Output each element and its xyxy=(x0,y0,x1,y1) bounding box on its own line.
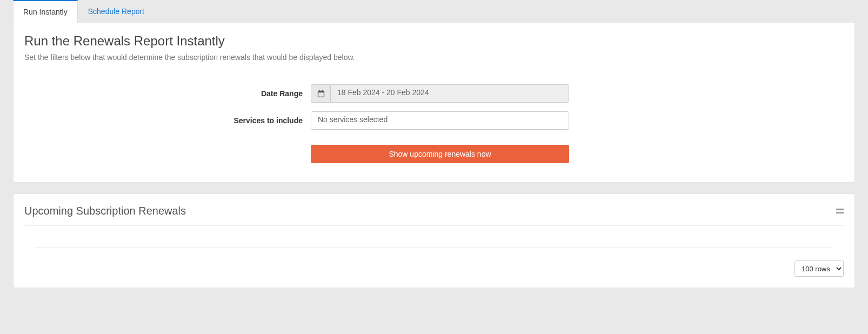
menu-icon[interactable] xyxy=(836,209,844,213)
date-range-input[interactable]: 18 Feb 2024 - 20 Feb 2024 xyxy=(330,84,569,103)
panel-header: Run the Renewals Report Instantly Set th… xyxy=(24,34,844,70)
page-title: Run the Renewals Report Instantly xyxy=(24,34,844,49)
calendar-icon xyxy=(317,90,325,97)
calendar-icon-addon[interactable] xyxy=(311,84,330,103)
services-label: Services to include xyxy=(24,116,311,125)
show-renewals-button[interactable]: Show upcoming renewals now xyxy=(311,145,569,163)
results-header: Upcoming Subscription Renewals xyxy=(24,205,844,226)
filters-panel: Run the Renewals Report Instantly Set th… xyxy=(13,23,855,183)
tab-run-instantly[interactable]: Run Instantly xyxy=(13,0,78,23)
rows-per-page-select[interactable]: 100 rows xyxy=(794,260,844,277)
results-title: Upcoming Subscription Renewals xyxy=(24,205,186,217)
date-range-picker[interactable]: 18 Feb 2024 - 20 Feb 2024 xyxy=(311,84,569,103)
services-input[interactable]: No services selected xyxy=(311,111,569,130)
results-table xyxy=(35,237,833,248)
tabs-container: Run Instantly Schedule Report xyxy=(13,0,855,23)
results-panel: Upcoming Subscription Renewals 100 rows xyxy=(13,193,855,288)
date-range-label: Date Range xyxy=(24,89,311,98)
form-row-services: Services to include No services selected xyxy=(24,111,844,130)
form-row-date-range: Date Range 18 Feb 2024 - 20 Feb 2024 xyxy=(24,84,844,103)
results-body: 100 rows xyxy=(24,226,844,277)
tab-schedule-report[interactable]: Schedule Report xyxy=(78,0,155,23)
page-subtitle: Set the filters below that would determi… xyxy=(24,53,844,62)
results-footer: 100 rows xyxy=(24,255,844,277)
